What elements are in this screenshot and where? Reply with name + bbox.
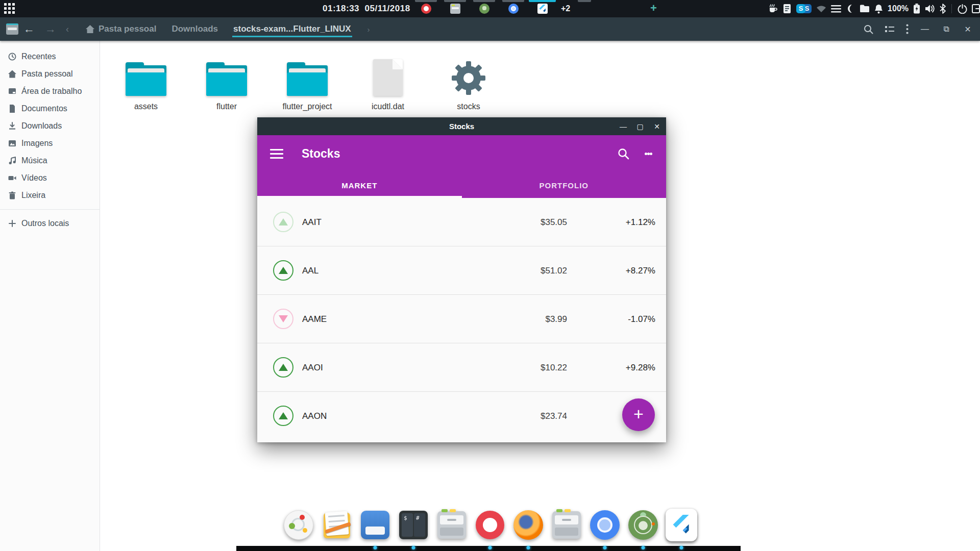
search-icon[interactable] — [618, 148, 629, 160]
session-icon[interactable] — [972, 4, 980, 13]
dock-terminal-app[interactable] — [359, 509, 391, 541]
fm-restore-button[interactable]: ⧉ — [941, 24, 951, 34]
tab-market[interactable]: MARKET — [257, 172, 462, 198]
sidebar-item-trash[interactable]: Lixeira — [0, 187, 100, 204]
dock: $ # — [283, 509, 697, 541]
file-item-stocks[interactable]: stocks — [428, 52, 509, 111]
taskbar-flutter-app[interactable] — [528, 0, 557, 17]
file-manager-toolbar: ← → ‹ Pasta pessoal Downloads stocks-exa… — [0, 17, 980, 41]
clock-time: 01:18:33 — [323, 4, 359, 13]
forward-button[interactable]: → — [40, 22, 61, 36]
crumb-scroll-right-button[interactable]: › — [368, 25, 370, 34]
crumb-scroll-left-button[interactable]: ‹ — [61, 24, 74, 35]
activity-app-icon — [284, 510, 313, 540]
file-item-flutter-project[interactable]: flutter_project — [267, 52, 348, 111]
dock-notes-app[interactable] — [321, 509, 353, 541]
applications-grid-icon[interactable] — [4, 3, 16, 15]
breadcrumb-current-folder[interactable]: stocks-exam...Flutter_LINUX — [232, 21, 352, 37]
flutter-icon — [537, 4, 548, 14]
skype-icon[interactable]: S S — [796, 4, 812, 14]
notes-app-icon — [323, 511, 351, 539]
tray-separator — [951, 4, 952, 13]
stock-row-aame[interactable]: AAME $3.99 -1.07% — [257, 295, 666, 343]
panel-add-button[interactable]: + — [650, 0, 657, 17]
stock-row-aait[interactable]: AAIT $35.05 +1.12% — [257, 198, 666, 246]
caffeine-icon[interactable] — [768, 4, 778, 14]
dock-android-studio[interactable] — [627, 509, 659, 541]
taskbar-opera[interactable] — [411, 0, 440, 17]
sidebar-item-recent[interactable]: Recentes — [0, 48, 100, 65]
dock-flutter-app[interactable] — [666, 509, 697, 541]
file-label: flutter — [216, 102, 237, 111]
trend-up-icon — [273, 260, 293, 281]
taskbar-chromium[interactable] — [499, 0, 528, 17]
dock-opera[interactable] — [474, 509, 506, 541]
power-icon[interactable] — [958, 4, 967, 14]
breadcrumb-home[interactable]: Pasta pessoal — [85, 21, 157, 37]
maximize-button[interactable]: ▢ — [636, 122, 644, 131]
home-icon — [8, 70, 16, 78]
stock-row-aaoi[interactable]: AAOI $10.22 +9.28% — [257, 343, 666, 392]
close-button[interactable]: ✕ — [653, 122, 661, 131]
sidebar-item-videos[interactable]: Vídeos — [0, 169, 100, 187]
bluetooth-icon[interactable] — [940, 4, 946, 14]
chromium-icon — [508, 4, 519, 14]
add-stock-fab[interactable]: + — [622, 398, 655, 431]
hamburger-menu-icon[interactable] — [270, 146, 283, 161]
view-options-icon[interactable] — [885, 25, 895, 33]
fm-close-button[interactable]: ✕ — [963, 24, 973, 34]
night-light-icon[interactable] — [846, 4, 855, 13]
stocks-tabs: MARKET PORTFOLIO — [257, 172, 666, 198]
dock-file-manager-2[interactable] — [551, 509, 582, 541]
taskbar-overflow-count[interactable]: +2 — [557, 4, 574, 13]
trend-up-icon — [273, 357, 293, 378]
sidebar-item-other-locations[interactable]: Outros locais — [0, 215, 100, 232]
search-icon[interactable] — [864, 24, 873, 34]
volume-icon[interactable] — [925, 4, 935, 13]
panel-clock[interactable]: 01:18:33 05/11/2018 — [323, 0, 410, 17]
sidebar-item-documents[interactable]: Documentos — [0, 100, 100, 117]
dock-file-manager[interactable] — [436, 509, 468, 541]
dock-firefox[interactable] — [512, 509, 544, 541]
download-icon — [8, 122, 16, 130]
sidebar-item-desktop[interactable]: Área de trabalho — [0, 83, 100, 100]
tab-portfolio[interactable]: PORTFOLIO — [462, 172, 667, 198]
file-item-assets[interactable]: assets — [106, 52, 186, 111]
file-item-flutter[interactable]: flutter — [186, 52, 267, 111]
fm-minimize-button[interactable]: — — [920, 24, 930, 34]
dock-activity-app[interactable] — [283, 509, 314, 541]
file-label: assets — [134, 102, 158, 111]
system-tray: S S 100% — [768, 0, 980, 17]
sidebar-item-pictures[interactable]: Imagens — [0, 135, 100, 152]
overflow-menu-icon[interactable] — [645, 151, 652, 157]
sidebar-item-music[interactable]: Música — [0, 152, 100, 169]
battery-percent-label: 100% — [888, 4, 909, 13]
file-label: icudtl.dat — [372, 102, 404, 111]
sidebar-item-home[interactable]: Pasta pessoal — [0, 65, 100, 83]
dock-chromium[interactable] — [589, 509, 621, 541]
breadcrumb-downloads[interactable]: Downloads — [170, 21, 219, 37]
files-tray-icon[interactable] — [860, 5, 870, 13]
taskbar-extra-window[interactable] — [574, 0, 595, 17]
taskbar-file-manager[interactable] — [440, 0, 470, 17]
menu-kebab-icon[interactable] — [906, 24, 909, 34]
recent-clock-icon — [8, 53, 16, 61]
stock-row-aal[interactable]: AAL $51.02 +8.27% — [257, 246, 666, 295]
top-panel: 01:18:33 05/11/2018 +2 + — [0, 0, 980, 17]
battery-icon[interactable] — [913, 4, 920, 14]
notifications-bell-icon[interactable] — [874, 4, 883, 14]
back-button[interactable]: ← — [18, 22, 40, 36]
taskbar-android-studio[interactable] — [470, 0, 499, 17]
stocks-titlebar[interactable]: Stocks — ▢ ✕ — [257, 117, 666, 135]
stock-row-aaon[interactable]: AAON $23.74 — [257, 392, 666, 440]
journal-icon[interactable] — [782, 4, 792, 14]
trend-up-icon — [273, 406, 293, 426]
sidebar-item-downloads[interactable]: Downloads — [0, 117, 100, 135]
menu-lines-icon[interactable] — [831, 5, 841, 13]
file-label: stocks — [457, 102, 480, 111]
dock-tilix[interactable]: $ # — [398, 509, 429, 541]
home-icon — [86, 25, 94, 33]
minimize-button[interactable]: — — [619, 122, 627, 131]
wifi-icon[interactable] — [816, 5, 826, 13]
file-item-icudtl[interactable]: icudtl.dat — [348, 52, 428, 111]
